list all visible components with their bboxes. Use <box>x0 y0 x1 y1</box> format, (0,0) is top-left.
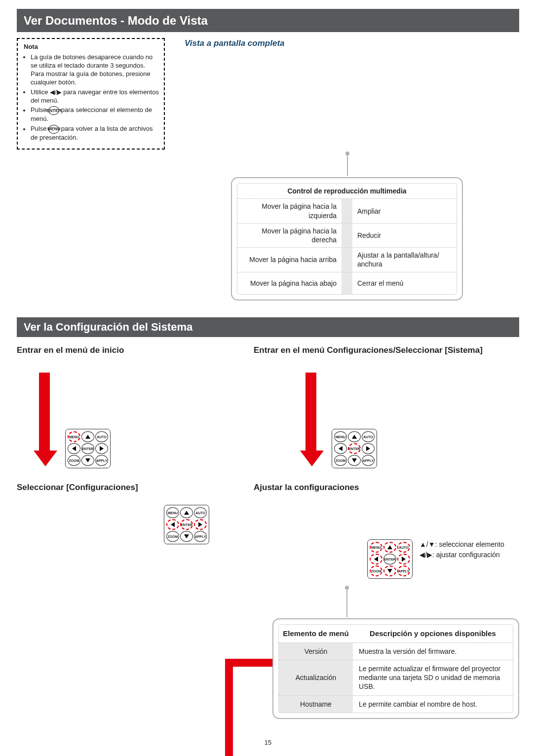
table-cell: Mover la página hacia abajo <box>237 272 342 294</box>
table-cell: Ampliar <box>352 199 457 223</box>
leader-line <box>347 154 348 176</box>
page-number: 15 <box>17 739 519 747</box>
arrow-down-icon <box>300 373 322 466</box>
note-title: Nota <box>24 43 159 51</box>
remote-diagram: MENU AUTO ENTER ZOOM APPLY <box>332 429 377 468</box>
divider <box>342 199 352 223</box>
table-cell: Hostname <box>279 696 353 713</box>
settings-table: Elemento de menú Descripción y opciones … <box>272 618 519 718</box>
table-row: Mover la página hacia la izquierdaAmplia… <box>237 199 457 223</box>
step-label: Seleccionar [Configuraciones] <box>17 482 239 493</box>
table-cell: Le permite cambiar el nombre de host. <box>353 696 513 713</box>
note-text: Pulse <box>31 125 48 133</box>
divider <box>342 248 352 271</box>
remote-diagram: MENU AUTO ENTER ZOOM APPLY <box>164 505 209 544</box>
table-cell: Mover la página hacia la derecha <box>237 224 342 247</box>
legend-line: ◀/▶: ajustar configuración <box>419 550 504 560</box>
table-cell: Actualización <box>279 660 353 695</box>
table-row: VersiónMuestra la versión del firmware. <box>279 643 513 660</box>
section-heading: Ver la Configuración del Sistema <box>17 317 519 338</box>
table-row: Mover la página hacia arribaAjustar a la… <box>237 248 457 272</box>
playback-control-table: Control de reproducción multimedia Mover… <box>231 177 463 300</box>
fullscreen-subheading: Vista a pantalla completa <box>185 38 519 49</box>
table-row: HostnameLe permite cambiar el nombre de … <box>279 696 513 713</box>
table-row: Mover la página hacia abajoCerrar el men… <box>237 272 457 294</box>
divider <box>342 224 352 247</box>
left-right-arrow-icon: ◀/▶ <box>50 88 62 96</box>
note-text: Pulse <box>31 107 48 114</box>
table-row: ActualizaciónLe permite actualizar el fi… <box>279 660 513 696</box>
remote-diagram: MENU AUTO ENTER ZOOM APPLY <box>65 429 111 468</box>
menu-button-icon: MENU <box>48 125 59 134</box>
note-bullet: Utilice ◀/▶ para navegar entre los eleme… <box>31 88 159 105</box>
step-label: Entrar en el menú Configuraciones/Selecc… <box>254 345 519 356</box>
table-cell: Ajustar a la pantalla/altura/ anchura <box>352 248 457 271</box>
table-cell: Le permite actualizar el firmware del pr… <box>353 660 513 695</box>
step-label: Ajustar la configuraciones <box>254 482 519 493</box>
leader-line <box>346 589 347 617</box>
table-cell: Versión <box>279 643 353 660</box>
table-cell: Mover la página hacia arriba <box>237 248 342 271</box>
note-bullet: La guía de botones desaparece cuando no … <box>31 53 159 87</box>
table-cell: Mover la página hacia la izquierda <box>237 199 342 223</box>
table-title: Control de reproducción multimedia <box>237 184 457 199</box>
note-bullet: Pulse MENU para volver a la lista de arc… <box>31 125 159 142</box>
note-text: Utilice <box>31 88 50 96</box>
legend-line: ▲/▼: seleccionar elemento <box>419 539 504 550</box>
remote-diagram: MENU AUTO ENTER ZOOM APPLY <box>367 539 413 579</box>
arrow-down-icon <box>34 373 55 466</box>
table-row: Mover la página hacia la derechaReducir <box>237 224 457 248</box>
table-cell: Muestra la versión del firmware. <box>353 643 513 660</box>
table-header: Descripción y opciones disponibles <box>353 625 513 643</box>
table-cell: Reducir <box>352 224 457 247</box>
enter-button-icon: ENTER <box>48 106 59 115</box>
section-heading: Ver Documentos - Modo de Vista <box>17 9 519 32</box>
legend-text: ▲/▼: seleccionar elemento ◀/▶: ajustar c… <box>419 539 504 560</box>
step-label: Entrar en el menú de inicio <box>17 345 239 356</box>
note-box: Nota La guía de botones desaparece cuand… <box>17 38 165 150</box>
divider <box>342 272 352 294</box>
table-cell: Cerrar el menú <box>352 272 457 294</box>
table-header: Elemento de menú <box>279 625 353 643</box>
note-bullet: Pulse ENTER para seleccionar el elemento… <box>31 106 159 123</box>
